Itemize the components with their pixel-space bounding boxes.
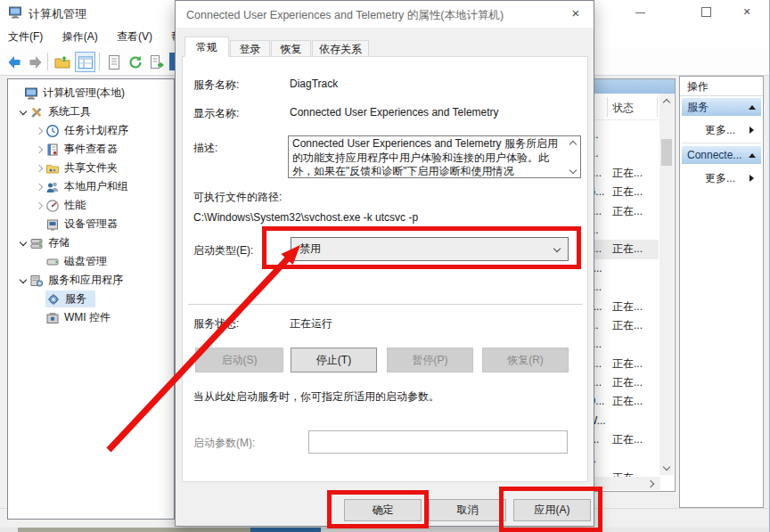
tree-item-device-manager[interactable]: 设备管理器 (8, 215, 174, 233)
console-tree-icon (77, 53, 94, 71)
scroll-up-button[interactable] (659, 94, 674, 109)
toolbar-separator (47, 53, 48, 70)
scroll-down-button[interactable] (659, 460, 674, 475)
device-manager-icon (45, 217, 60, 232)
start-button: 启动(S) (195, 348, 283, 372)
console-tree-panel: 计算机管理(本地) 系统工具 任务计划程序 事件查看器 共享文件夹 本地用户和组 (7, 78, 175, 520)
description-box[interactable]: Connected User Experiences and Telemetry… (288, 135, 581, 178)
window-title: 计算机管理 (29, 6, 86, 22)
stop-button[interactable]: 停止(T) (291, 348, 377, 372)
toolbar-separator (99, 53, 100, 70)
start-params-input[interactable] (308, 430, 568, 454)
disk-icon (45, 255, 60, 269)
tree-item-task-scheduler[interactable]: 任务计划程序 (8, 121, 174, 140)
refresh-icon (127, 53, 144, 71)
collapse-triangle-icon[interactable] (749, 153, 756, 158)
actions-panel: 操作 服务 更多... Connecte... 更多... (679, 76, 764, 508)
tab-dependencies[interactable]: 依存关系 (312, 40, 369, 57)
cancel-button[interactable]: 取消 (429, 499, 506, 521)
dialog-title-bar: Connected User Experiences and Telemetry… (176, 1, 594, 28)
tree-item-disk-management[interactable]: 磁盘管理 (8, 252, 174, 271)
vertical-scrollbar[interactable] (659, 94, 674, 475)
tree-item-performance[interactable]: 性能 (8, 196, 174, 215)
menu-action[interactable]: 操作(A) (54, 25, 106, 45)
chevron-down-icon (553, 244, 561, 251)
minimize-button[interactable] (619, 0, 660, 25)
actions-section-services[interactable]: 服务 (682, 98, 761, 116)
resume-button: 恢复(R) (482, 348, 569, 372)
collapsed-chevron-icon[interactable] (36, 145, 43, 152)
tree-item-system-tools[interactable]: 系统工具 (8, 102, 174, 121)
exe-path-label: 可执行文件的路径: (193, 190, 282, 205)
tab-general[interactable]: 常规 (184, 37, 229, 57)
collapsed-chevron-icon[interactable] (36, 183, 43, 190)
close-icon: × (572, 5, 580, 20)
users-icon (45, 180, 60, 194)
maximize-button[interactable] (685, 0, 726, 25)
actions-section-connected[interactable]: Connecte... (682, 146, 761, 164)
service-name-value: DiagTrack (290, 78, 338, 90)
dialog-close-button[interactable]: × (558, 1, 594, 28)
menu-file[interactable]: 文件(F) (0, 25, 51, 45)
startup-type-dropdown[interactable]: 禁用 (291, 237, 569, 261)
properties-icon (105, 53, 123, 71)
service-properties-dialog: Connected User Experiences and Telemetry… (175, 0, 594, 527)
scroll-right-button[interactable] (644, 477, 659, 490)
taskbar-segment (18, 528, 250, 532)
expanded-chevron-icon[interactable] (20, 238, 27, 245)
event-viewer-icon (45, 143, 60, 157)
chevron-down-icon (663, 462, 670, 470)
tree-item-wmi-control[interactable]: WMI 控件 (8, 308, 174, 327)
tree-item-services-and-apps[interactable]: 服务和应用程序 (8, 271, 174, 290)
console-tree-toggle-button[interactable] (75, 52, 95, 72)
description-scroll-up[interactable] (567, 137, 578, 149)
collapsed-chevron-icon[interactable] (36, 201, 43, 209)
forward-button[interactable] (25, 52, 45, 72)
forward-icon (27, 53, 45, 71)
chevron-down-icon (569, 166, 576, 173)
storage-icon (29, 236, 44, 250)
back-button[interactable] (4, 52, 24, 72)
menu-view[interactable]: 查看(V) (109, 25, 160, 45)
tab-page (182, 56, 588, 482)
tree-item-event-viewer[interactable]: 事件查看器 (8, 140, 174, 159)
description-scroll-down[interactable] (567, 165, 578, 176)
expanded-chevron-icon[interactable] (20, 275, 27, 282)
actions-separator (682, 143, 761, 143)
connected-more-actions[interactable]: 更多... (682, 168, 761, 188)
tab-recovery[interactable]: 恢复 (271, 40, 311, 57)
service-status-value: 正在运行 (290, 316, 332, 331)
collapse-triangle-icon[interactable] (749, 105, 756, 110)
service-name-label: 服务名称: (193, 78, 239, 93)
tree-item-storage[interactable]: 存储 (8, 233, 174, 252)
collapsed-chevron-icon[interactable] (36, 164, 43, 171)
tree-item-shared-folders[interactable]: 共享文件夹 (8, 159, 174, 177)
exe-path-value: C:\Windows\System32\svchost.exe -k utcsv… (193, 211, 418, 224)
scrollbar-thumb[interactable] (661, 139, 672, 166)
services-more-actions[interactable]: 更多... (682, 120, 761, 140)
apply-button[interactable]: 应用(A) (513, 499, 591, 521)
server-gear-icon (29, 274, 44, 288)
export-list-button[interactable] (146, 52, 167, 72)
tree-item-services[interactable]: 服务 (8, 290, 174, 308)
performance-gauge-icon (45, 199, 60, 213)
taskbar-active-segment (250, 528, 321, 532)
submenu-arrow-icon (750, 175, 754, 182)
divider (188, 304, 583, 305)
expanded-chevron-icon[interactable] (20, 107, 27, 114)
tree-item-local-users-groups[interactable]: 本地用户和组 (8, 177, 174, 196)
ok-button[interactable]: 确定 (344, 499, 422, 521)
display-name-label: 显示名称: (193, 106, 239, 121)
refresh-button[interactable] (125, 52, 145, 72)
params-hint-text: 当从此处启动服务时，你可指定所适用的启动参数。 (193, 389, 439, 405)
tree-item-computer-management[interactable]: 计算机管理(本地) (8, 84, 174, 102)
service-status-label: 服务状态: (193, 316, 239, 331)
properties-button[interactable] (103, 52, 124, 72)
task-scheduler-icon (45, 124, 60, 138)
status-column-header[interactable]: 状态 (612, 101, 634, 116)
close-window-button[interactable]: × (726, 0, 767, 25)
collapsed-chevron-icon[interactable] (36, 127, 43, 134)
chevron-right-icon (647, 479, 654, 487)
up-level-button[interactable] (52, 52, 72, 72)
tab-logon[interactable]: 登录 (230, 40, 270, 57)
